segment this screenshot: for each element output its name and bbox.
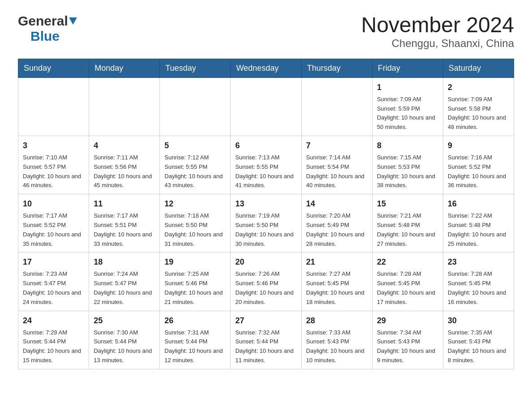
calendar-cell <box>160 77 231 136</box>
calendar-week-row: 10Sunrise: 7:17 AMSunset: 5:52 PMDayligh… <box>18 194 514 253</box>
day-number: 9 <box>448 140 509 152</box>
logo-triangle-icon <box>69 17 77 26</box>
calendar-cell: 12Sunrise: 7:18 AMSunset: 5:50 PMDayligh… <box>160 194 231 253</box>
day-info: Sunrise: 7:35 AMSunset: 5:43 PMDaylight:… <box>448 329 506 364</box>
day-number: 30 <box>448 315 509 327</box>
day-info: Sunrise: 7:14 AMSunset: 5:54 PMDaylight:… <box>306 154 365 188</box>
day-number: 5 <box>164 140 226 152</box>
calendar-cell: 14Sunrise: 7:20 AMSunset: 5:49 PMDayligh… <box>301 194 372 253</box>
calendar-cell: 6Sunrise: 7:13 AMSunset: 5:55 PMDaylight… <box>231 136 301 194</box>
calendar-cell: 5Sunrise: 7:12 AMSunset: 5:55 PMDaylight… <box>160 136 231 194</box>
calendar-cell: 7Sunrise: 7:14 AMSunset: 5:54 PMDaylight… <box>301 136 372 194</box>
day-info: Sunrise: 7:33 AMSunset: 5:43 PMDaylight:… <box>306 329 365 364</box>
day-number: 4 <box>94 140 155 152</box>
weekday-header: Tuesday <box>160 59 231 77</box>
day-info: Sunrise: 7:13 AMSunset: 5:55 PMDaylight:… <box>235 154 293 188</box>
day-number: 6 <box>235 140 296 152</box>
calendar-cell <box>301 77 372 136</box>
day-number: 12 <box>164 198 226 210</box>
day-number: 13 <box>235 198 296 210</box>
svg-marker-0 <box>69 17 77 25</box>
day-info: Sunrise: 7:12 AMSunset: 5:55 PMDaylight:… <box>164 154 223 188</box>
day-info: Sunrise: 7:29 AMSunset: 5:44 PMDaylight:… <box>23 329 81 364</box>
day-number: 29 <box>377 315 438 327</box>
day-info: Sunrise: 7:24 AMSunset: 5:47 PMDaylight:… <box>94 270 152 305</box>
calendar-cell: 17Sunrise: 7:23 AMSunset: 5:47 PMDayligh… <box>18 253 89 311</box>
day-number: 23 <box>448 256 509 268</box>
day-number: 1 <box>377 81 438 94</box>
day-number: 27 <box>235 315 296 327</box>
calendar-cell: 3Sunrise: 7:10 AMSunset: 5:57 PMDaylight… <box>18 136 89 194</box>
day-info: Sunrise: 7:28 AMSunset: 5:45 PMDaylight:… <box>377 270 435 305</box>
day-number: 10 <box>23 198 84 210</box>
day-info: Sunrise: 7:27 AMSunset: 5:45 PMDaylight:… <box>306 270 365 305</box>
day-info: Sunrise: 7:21 AMSunset: 5:48 PMDaylight:… <box>377 212 435 247</box>
calendar-cell: 11Sunrise: 7:17 AMSunset: 5:51 PMDayligh… <box>89 194 160 253</box>
day-info: Sunrise: 7:10 AMSunset: 5:57 PMDaylight:… <box>23 154 81 188</box>
weekday-header: Monday <box>89 59 160 77</box>
day-number: 16 <box>448 198 509 210</box>
calendar-cell: 26Sunrise: 7:31 AMSunset: 5:44 PMDayligh… <box>160 311 231 369</box>
day-number: 21 <box>306 256 368 268</box>
day-info: Sunrise: 7:09 AMSunset: 5:59 PMDaylight:… <box>377 96 435 130</box>
calendar-cell <box>89 77 160 136</box>
day-info: Sunrise: 7:20 AMSunset: 5:49 PMDaylight:… <box>306 212 365 247</box>
calendar-cell: 2Sunrise: 7:09 AMSunset: 5:58 PMDaylight… <box>443 77 514 136</box>
day-info: Sunrise: 7:28 AMSunset: 5:45 PMDaylight:… <box>448 270 506 305</box>
calendar-subtitle: Chenggu, Shaanxi, China <box>361 37 514 50</box>
calendar-cell: 8Sunrise: 7:15 AMSunset: 5:53 PMDaylight… <box>372 136 443 194</box>
calendar-cell: 13Sunrise: 7:19 AMSunset: 5:50 PMDayligh… <box>231 194 301 253</box>
calendar-header-row: SundayMondayTuesdayWednesdayThursdayFrid… <box>18 59 514 77</box>
day-number: 14 <box>306 198 368 210</box>
day-number: 24 <box>23 315 84 327</box>
day-info: Sunrise: 7:15 AMSunset: 5:53 PMDaylight:… <box>377 154 435 188</box>
day-info: Sunrise: 7:23 AMSunset: 5:47 PMDaylight:… <box>23 270 81 305</box>
calendar-week-row: 3Sunrise: 7:10 AMSunset: 5:57 PMDaylight… <box>18 136 514 194</box>
calendar-cell: 24Sunrise: 7:29 AMSunset: 5:44 PMDayligh… <box>18 311 89 369</box>
calendar-cell: 18Sunrise: 7:24 AMSunset: 5:47 PMDayligh… <box>89 253 160 311</box>
day-info: Sunrise: 7:09 AMSunset: 5:58 PMDaylight:… <box>448 96 506 130</box>
day-number: 28 <box>306 315 368 327</box>
calendar-cell: 29Sunrise: 7:34 AMSunset: 5:43 PMDayligh… <box>372 311 443 369</box>
page-header: General Blue November 2024 Chenggu, Shaa… <box>18 13 514 50</box>
day-info: Sunrise: 7:31 AMSunset: 5:44 PMDaylight:… <box>164 329 223 364</box>
weekday-header: Thursday <box>301 59 372 77</box>
calendar-title: November 2024 <box>361 13 514 37</box>
title-block: November 2024 Chenggu, Shaanxi, China <box>361 13 514 50</box>
calendar-week-row: 24Sunrise: 7:29 AMSunset: 5:44 PMDayligh… <box>18 311 514 369</box>
day-number: 25 <box>94 315 155 327</box>
day-number: 15 <box>377 198 438 210</box>
calendar-cell: 20Sunrise: 7:26 AMSunset: 5:46 PMDayligh… <box>231 253 301 311</box>
day-info: Sunrise: 7:34 AMSunset: 5:43 PMDaylight:… <box>377 329 435 364</box>
day-number: 2 <box>448 81 509 94</box>
weekday-header: Wednesday <box>231 59 301 77</box>
calendar-cell: 25Sunrise: 7:30 AMSunset: 5:44 PMDayligh… <box>89 311 160 369</box>
day-number: 8 <box>377 140 438 152</box>
calendar-cell: 21Sunrise: 7:27 AMSunset: 5:45 PMDayligh… <box>301 253 372 311</box>
day-info: Sunrise: 7:32 AMSunset: 5:44 PMDaylight:… <box>235 329 293 364</box>
calendar-cell: 23Sunrise: 7:28 AMSunset: 5:45 PMDayligh… <box>443 253 514 311</box>
day-info: Sunrise: 7:16 AMSunset: 5:52 PMDaylight:… <box>448 154 506 188</box>
day-info: Sunrise: 7:30 AMSunset: 5:44 PMDaylight:… <box>94 329 152 364</box>
calendar-cell: 27Sunrise: 7:32 AMSunset: 5:44 PMDayligh… <box>231 311 301 369</box>
day-number: 11 <box>94 198 155 210</box>
day-info: Sunrise: 7:17 AMSunset: 5:51 PMDaylight:… <box>94 212 152 247</box>
day-number: 3 <box>23 140 84 152</box>
day-info: Sunrise: 7:25 AMSunset: 5:46 PMDaylight:… <box>164 270 223 305</box>
logo-general-text: General <box>18 13 68 29</box>
logo: General Blue <box>18 13 77 44</box>
weekday-header: Sunday <box>18 59 89 77</box>
calendar-week-row: 17Sunrise: 7:23 AMSunset: 5:47 PMDayligh… <box>18 253 514 311</box>
day-number: 18 <box>94 256 155 268</box>
calendar-cell: 19Sunrise: 7:25 AMSunset: 5:46 PMDayligh… <box>160 253 231 311</box>
calendar-cell: 9Sunrise: 7:16 AMSunset: 5:52 PMDaylight… <box>443 136 514 194</box>
day-number: 20 <box>235 256 296 268</box>
day-info: Sunrise: 7:11 AMSunset: 5:56 PMDaylight:… <box>94 154 152 188</box>
calendar-cell <box>18 77 89 136</box>
weekday-header: Friday <box>372 59 443 77</box>
day-info: Sunrise: 7:17 AMSunset: 5:52 PMDaylight:… <box>23 212 81 247</box>
calendar-cell <box>231 77 301 136</box>
calendar-cell: 10Sunrise: 7:17 AMSunset: 5:52 PMDayligh… <box>18 194 89 253</box>
calendar-cell: 4Sunrise: 7:11 AMSunset: 5:56 PMDaylight… <box>89 136 160 194</box>
day-number: 17 <box>23 256 84 268</box>
